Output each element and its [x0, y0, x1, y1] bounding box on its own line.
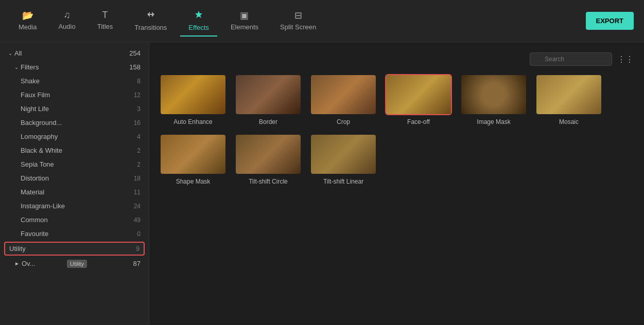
- effect-thumb-border: [235, 74, 302, 115]
- effect-thumb-inner-mosaic: [536, 75, 601, 114]
- sidebar-item-overlay-row: ► Ov... 87 Utility: [0, 257, 149, 270]
- sidebar-count-background: 16: [134, 119, 141, 127]
- search-input[interactable]: [530, 52, 612, 66]
- sidebar-count-night-life: 3: [137, 105, 141, 113]
- sidebar-count-filters: 158: [129, 63, 141, 71]
- effect-thumb-inner-tilt-shift-linear: [311, 135, 376, 174]
- toolbar-label-elements: Elements: [231, 23, 258, 31]
- sidebar-label-background: Background...: [21, 119, 62, 127]
- sidebar-count-utility: 9: [136, 245, 140, 252]
- sidebar-count-lomography: 4: [137, 133, 141, 140]
- chevron-overlay-icon: ►: [14, 261, 20, 266]
- sidebar-item-common[interactable]: Common 49: [0, 213, 149, 227]
- toolbar-label-titles: Titles: [97, 23, 113, 30]
- effect-item-image-mask[interactable]: Image Mask: [460, 74, 527, 125]
- effect-thumb-inner-crop: [311, 75, 376, 114]
- sidebar-label-material: Material: [21, 188, 44, 196]
- sidebar-count-favourite: 0: [137, 230, 141, 238]
- toolbar-item-media[interactable]: 📂 Media: [10, 6, 45, 37]
- effect-thumb-inner-auto-enhance: [161, 75, 225, 114]
- sidebar-item-black-white[interactable]: Black & White 2: [0, 143, 149, 157]
- sidebar-count-black-white: 2: [137, 147, 141, 154]
- effect-item-tilt-shift-circle[interactable]: Tilt-shift Circle: [235, 134, 302, 185]
- sidebar-item-background[interactable]: Background... 16: [0, 116, 149, 130]
- sidebar-label-overlay: Ov...: [22, 260, 35, 267]
- sidebar-label-faux-film: Faux Film: [21, 91, 50, 99]
- effect-label-image-mask: Image Mask: [477, 118, 510, 125]
- toolbar-item-audio[interactable]: ♫ Audio: [50, 6, 83, 37]
- sidebar-label-instagram-like: Instagram-Like: [21, 202, 65, 210]
- toolbar-item-titles[interactable]: T Titles: [89, 6, 121, 37]
- effect-thumb-tilt-shift-linear: [310, 134, 377, 175]
- chevron-filters-icon: ⌄: [14, 64, 19, 70]
- content-header: 🔍 ⋮⋮: [160, 52, 634, 66]
- effect-item-border[interactable]: Border: [235, 74, 302, 125]
- sidebar-label-black-white: Black & White: [21, 147, 62, 154]
- sidebar-item-shake[interactable]: Shake 8: [0, 74, 149, 88]
- effect-thumb-inner-shape-mask: [161, 135, 225, 174]
- sidebar-item-lomography[interactable]: Lomography 4: [0, 130, 149, 143]
- effect-thumb-shape-mask: [160, 134, 227, 175]
- sidebar-label-night-life: Night Life: [21, 105, 49, 113]
- sidebar-count-material: 11: [134, 189, 141, 196]
- effect-item-crop[interactable]: Crop: [310, 74, 377, 125]
- effect-item-face-off[interactable]: Face-off: [385, 74, 452, 125]
- chevron-all-icon: ⌄: [8, 50, 12, 56]
- sidebar-item-material[interactable]: Material 11: [0, 185, 149, 199]
- toolbar-items: 📂 Media ♫ Audio T Titles Transitions: [10, 6, 586, 37]
- effect-label-mosaic: Mosaic: [559, 118, 579, 125]
- toolbar-label-audio: Audio: [58, 23, 75, 30]
- sidebar-label-distortion: Distortion: [21, 174, 49, 182]
- sidebar-item-favourite[interactable]: Favourite 0: [0, 227, 149, 241]
- sidebar-item-filters[interactable]: ⌄ Filters 158: [0, 60, 149, 74]
- transitions-icon: [146, 10, 155, 22]
- effect-label-auto-enhance: Auto Enhance: [173, 118, 212, 125]
- effect-label-crop: Crop: [337, 118, 350, 125]
- search-wrapper: 🔍: [530, 52, 612, 66]
- sidebar-count-overlay: 87: [133, 260, 141, 267]
- export-button[interactable]: EXPORT: [586, 12, 634, 30]
- effect-thumb-inner-face-off: [386, 75, 451, 114]
- grid-view-icon[interactable]: ⋮⋮: [617, 55, 634, 64]
- effect-item-shape-mask[interactable]: Shape Mask: [160, 134, 227, 185]
- sidebar-label-common: Common: [21, 216, 48, 224]
- effect-thumb-image-mask: [460, 74, 527, 115]
- toolbar-label-effects: Effects: [188, 24, 209, 31]
- sidebar-item-night-life[interactable]: Night Life 3: [0, 102, 149, 116]
- sidebar-item-all[interactable]: ⌄ All 254: [0, 46, 149, 60]
- sidebar: ⌄ All 254 ⌄ Filters 158 Shake 8 Faux Fil…: [0, 42, 149, 325]
- sidebar-item-utility[interactable]: Utility 9: [4, 242, 145, 256]
- effect-thumb-mosaic: [535, 74, 602, 115]
- sidebar-label-all: All: [14, 49, 22, 57]
- media-icon: 📂: [22, 10, 33, 21]
- sidebar-count-sepia-tone: 2: [137, 161, 141, 168]
- toolbar-label-splitscreen: Split Screen: [280, 23, 316, 31]
- sidebar-label-favourite: Favourite: [21, 230, 48, 238]
- sidebar-item-faux-film[interactable]: Faux Film 12: [0, 88, 149, 102]
- sidebar-item-instagram-like[interactable]: Instagram-Like 24: [0, 199, 149, 213]
- sidebar-label-sepia-tone: Sepia Tone: [21, 160, 54, 168]
- effect-item-tilt-shift-linear[interactable]: Tilt-shift Linear: [310, 134, 377, 185]
- audio-icon: ♫: [63, 10, 71, 21]
- utility-tooltip: Utility: [67, 260, 87, 268]
- toolbar-item-elements[interactable]: ▣ Elements: [222, 6, 267, 37]
- toolbar-label-media: Media: [19, 23, 37, 31]
- toolbar-item-splitscreen[interactable]: ⊟ Split Screen: [272, 6, 324, 37]
- sidebar-label-shake: Shake: [21, 77, 40, 85]
- effect-thumb-tilt-shift-circle: [235, 134, 302, 175]
- sidebar-item-distortion[interactable]: Distortion 18: [0, 171, 149, 185]
- toolbar-item-transitions[interactable]: Transitions: [126, 6, 175, 37]
- effect-label-tilt-shift-linear: Tilt-shift Linear: [323, 178, 363, 185]
- toolbar-item-effects[interactable]: Effects: [180, 6, 217, 37]
- sidebar-item-sepia-tone[interactable]: Sepia Tone 2: [0, 157, 149, 171]
- sidebar-label-lomography: Lomography: [21, 133, 58, 140]
- splitscreen-icon: ⊟: [294, 10, 302, 21]
- content-area: 🔍 ⋮⋮ Auto EnhanceBorderCropFace-offImage…: [149, 42, 644, 325]
- effect-item-mosaic[interactable]: Mosaic: [535, 74, 602, 125]
- sidebar-count-all: 254: [129, 49, 141, 57]
- effect-item-auto-enhance[interactable]: Auto Enhance: [160, 74, 227, 125]
- effect-thumb-inner-border: [236, 75, 301, 114]
- sidebar-count-distortion: 18: [134, 175, 141, 182]
- effects-icon: [194, 10, 203, 22]
- effect-thumb-inner-image-mask: [461, 75, 526, 114]
